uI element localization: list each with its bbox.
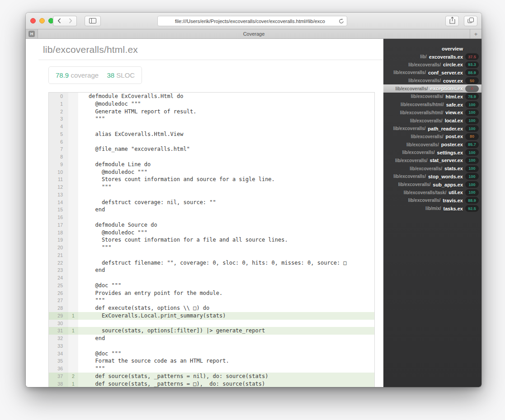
line-source: Stores count information for a file and … [78, 236, 374, 244]
sidebar-item-overview[interactable]: overview [383, 45, 481, 53]
coverage-badge: 100 [465, 125, 479, 132]
forward-icon [69, 17, 72, 25]
minimize-button[interactable] [39, 18, 45, 23]
line-number: 38 [49, 380, 68, 387]
reload-button[interactable] [338, 18, 345, 26]
sidebar-file-item[interactable]: lib/excoveralls/task/ util.ex 100 [383, 188, 481, 196]
line-hit-count [68, 244, 78, 252]
sidebar-file-item[interactable]: lib/ excoveralls.ex 37.5 [383, 53, 481, 61]
line-number: 5 [49, 131, 68, 138]
code-line-row: 24 [49, 274, 374, 282]
code-line-row: 23 end [49, 266, 374, 274]
sidebar-file-item[interactable]: lib/excoveralls/ exceptions.ex 0 [383, 84, 481, 93]
line-number: 20 [49, 244, 68, 252]
back-button[interactable] [53, 16, 65, 26]
coverage-label: coverage [71, 71, 99, 79]
tab-coverage[interactable]: Coverage [38, 29, 470, 38]
sidebar-file-item[interactable]: lib/mix/ tasks.ex 92.5 [383, 205, 481, 213]
page-header: lib/excoveralls/html.ex [38, 39, 383, 60]
code-line-row: 4 [49, 123, 374, 131]
file-dir: lib/excoveralls/html/ [401, 102, 444, 107]
code-line-row: 33 [49, 342, 374, 350]
line-hit-count [68, 236, 78, 244]
line-hit-count [68, 206, 78, 214]
code-line-row: 18 @moduledoc """ [49, 229, 374, 237]
line-number: 1 [49, 100, 68, 108]
line-hit-count [68, 342, 78, 350]
file-dir: lib/excoveralls/ [411, 94, 444, 99]
line-source: alias ExCoveralls.Html.View [78, 131, 374, 138]
line-hit-count [68, 108, 78, 116]
line-hit-count: 1 [68, 312, 78, 320]
sidebar-file-item[interactable]: lib/excoveralls/ stat_server.ex 100 [383, 157, 481, 165]
sidebar-file-item[interactable]: lib/excoveralls/ path_reader.ex 100 [383, 125, 481, 133]
file-name: safe.ex [446, 102, 463, 107]
coverage-badge: 88.9 [465, 69, 479, 76]
sloc-value: 38 [107, 71, 114, 79]
coverage-badge: 100 [465, 109, 479, 116]
line-number: 31 [49, 327, 68, 335]
code-line-row: 11 Stores count information and source f… [49, 176, 374, 183]
line-hit-count [68, 161, 78, 168]
file-name: view.ex [445, 110, 463, 115]
coverage-summary: 78.9 coverage 38 SLOC [48, 66, 142, 84]
coverage-badge: 85.7 [465, 141, 479, 148]
line-hit-count [68, 252, 78, 259]
line-hit-count [68, 221, 78, 229]
line-hit-count [68, 93, 78, 100]
sidebar-file-item[interactable]: lib/excoveralls/ circle.ex 93.3 [383, 61, 481, 69]
line-number: 30 [49, 320, 68, 327]
line-hit-count: 1 [68, 380, 78, 387]
file-name: path_reader.ex [428, 126, 463, 131]
sidebar-file-item[interactable]: lib/excoveralls/html/ view.ex 100 [383, 109, 481, 117]
line-number: 4 [49, 123, 68, 131]
file-dir: lib/excoveralls/ [410, 118, 443, 123]
new-tab-button[interactable]: + [470, 29, 481, 38]
line-number: 23 [49, 266, 68, 274]
sidebar-file-item[interactable]: lib/excoveralls/html/ safe.ex 100 [383, 101, 481, 109]
browser-toolbar: file:///Users/erik/Projects/excoveralls/… [26, 13, 481, 29]
code-line-row: 15 end [49, 206, 374, 214]
line-hit-count [68, 199, 78, 206]
plus-icon: + [474, 31, 478, 37]
sidebar-toggle-button[interactable] [85, 16, 101, 26]
tab-title: Coverage [243, 31, 265, 37]
sidebar-file-item[interactable]: lib/excoveralls/ stop_words.ex 100 [383, 173, 481, 181]
line-source [78, 138, 374, 146]
address-bar[interactable]: file:///Users/erik/Projects/excoveralls/… [157, 16, 347, 26]
line-source: """ [78, 115, 374, 123]
sidebar-file-item[interactable]: lib/excoveralls/ settings.ex 100 [383, 149, 481, 157]
line-source: @moduledoc """ [78, 100, 374, 108]
line-hit-count [68, 153, 78, 161]
code-line-row: 12 """ [49, 183, 374, 191]
sidebar-file-item[interactable]: lib/excoveralls/ cover.ex 50 [383, 77, 481, 85]
code-line-row: 30 [49, 320, 374, 327]
sidebar-file-item[interactable]: lib/excoveralls/ html.ex 78.9 [383, 93, 481, 101]
sidebar-file-item[interactable]: lib/excoveralls/ sub_apps.ex 100 [383, 181, 481, 189]
sidebar-file-item[interactable]: lib/excoveralls/ post.ex 80 [383, 133, 481, 141]
line-hit-count [68, 297, 78, 304]
tabs-overview-button[interactable] [464, 16, 477, 26]
pinned-tab[interactable]: H [26, 29, 38, 38]
code-line-row: 27 """ [49, 297, 374, 304]
sidebar-file-item[interactable]: lib/excoveralls/ stats.ex 100 [383, 164, 481, 173]
file-dir: lib/excoveralls/ [402, 150, 435, 155]
coverage-badge: 100 [465, 181, 479, 188]
line-source: defmodule Line do [78, 161, 374, 168]
sidebar-file-item[interactable]: lib/excoveralls/ local.ex 100 [383, 117, 481, 125]
line-source: Provides an entry point for the module. [78, 289, 374, 297]
file-dir: lib/excoveralls/ [411, 134, 444, 139]
sidebar-file-item[interactable]: lib/excoveralls/ poster.ex 85.7 [383, 140, 481, 149]
code-line-row: 25 @doc """ [49, 282, 374, 289]
file-name: stop_words.ex [428, 174, 463, 179]
line-number: 3 [49, 115, 68, 123]
sidebar-file-item[interactable]: lib/excoveralls/ conf_server.ex 88.9 [383, 69, 481, 77]
close-button[interactable] [30, 18, 36, 23]
tabs-overview-icon [467, 17, 474, 25]
sidebar-file-item[interactable]: lib/excoveralls/ travis.ex 88.9 [383, 196, 481, 205]
code-line-row: 6 [49, 138, 374, 146]
share-button[interactable] [445, 16, 459, 26]
forward-button[interactable] [65, 16, 77, 26]
sloc-label: SLOC [116, 71, 135, 79]
line-number: 26 [49, 289, 68, 297]
